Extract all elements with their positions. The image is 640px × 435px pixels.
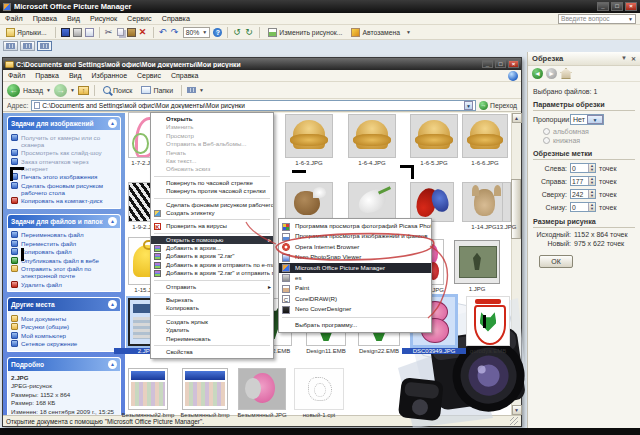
filmstrip-view-button[interactable] [20, 41, 35, 51]
explorer-menu-item-2[interactable]: Вид [64, 72, 87, 79]
cut-icon[interactable]: ✂ [105, 28, 114, 37]
pm-minimize-button[interactable]: _ [597, 2, 609, 11]
panel-collapse-icon[interactable]: ▲ [108, 300, 117, 309]
sidebar-item[interactable]: Мои документы [11, 315, 117, 322]
context-menu-item-3[interactable]: Отправить в Веб-альбомы... [151, 140, 273, 148]
panel-collapse-icon[interactable]: ▲ [108, 360, 117, 369]
pm-maximize-button[interactable]: □ [611, 2, 623, 11]
open-with-item-5[interactable]: es [279, 273, 431, 283]
explorer-menu-item-3[interactable]: Избранное [87, 72, 132, 79]
help-icon[interactable]: ? [213, 28, 222, 37]
sidebar-item[interactable]: Копировать на компакт-диск [11, 197, 117, 204]
pane-close-icon[interactable]: ✕ [631, 55, 636, 62]
search-button[interactable]: Поиск [100, 84, 135, 96]
explorer-menu-item-5[interactable]: Справка [166, 72, 203, 79]
copy-icon[interactable] [117, 28, 124, 36]
rotate-right-icon[interactable]: ↻ [245, 28, 254, 37]
sidebar-item[interactable]: Заказ отпечатков через Интернет [11, 158, 117, 172]
sidebar-item[interactable]: Сетевое окружение [11, 340, 117, 347]
folders-button[interactable]: Папки [138, 84, 176, 96]
crop-mark[interactable] [292, 170, 306, 173]
delete-icon[interactable]: ✕ [139, 28, 148, 37]
edit-picture-button[interactable]: Изменить рисунок... [265, 26, 345, 39]
context-menu-item-27[interactable]: Создать ярлык [151, 318, 273, 326]
proportions-select[interactable]: Нет ▼ [570, 114, 604, 125]
open-with-item-8[interactable]: Nero CoverDesigner [279, 304, 431, 314]
crop-mark[interactable] [483, 315, 486, 328]
shortcuts-button[interactable]: Ярлыки... [3, 26, 50, 39]
save-icon[interactable] [61, 28, 70, 37]
pane-back-button[interactable]: ◄ [532, 68, 543, 79]
address-dropdown-icon[interactable]: ▼ [464, 101, 473, 110]
crop-mark[interactable] [21, 248, 24, 261]
pm-menu-item-0[interactable]: Файл [0, 14, 28, 23]
open-with-item-7[interactable]: CCorelDRAW(R) [279, 294, 431, 304]
scroll-up-icon[interactable]: ▲ [512, 113, 522, 123]
crop-mark-spinner[interactable]: 242▲▼ [570, 189, 596, 199]
open-with-item-10[interactable]: Выбрать программу... [279, 320, 431, 330]
context-menu-item-1[interactable]: Изменить [151, 123, 273, 131]
spinner-arrows-icon[interactable]: ▲▼ [588, 190, 595, 198]
context-menu-item-11[interactable]: Сделать фоновым рисунком рабочего стола [151, 201, 273, 209]
crop-mark-spinner[interactable]: 0▲▼ [570, 163, 596, 173]
open-with-item-3[interactable]: Nero PhotoSnap Viewer [279, 252, 431, 262]
explorer-minimize-button[interactable]: _ [482, 60, 493, 68]
toolbar-overflow-icon[interactable]: ▼ [406, 29, 411, 35]
context-menu-item-5[interactable]: Как текст... [151, 157, 273, 165]
sidebar-item[interactable]: Переименовать файл [11, 231, 117, 238]
sidebar-item[interactable]: Печать этого изображения [11, 173, 117, 180]
print-preview-icon[interactable] [85, 28, 94, 37]
explorer-title-bar[interactable]: C:\Documents and Settings\мой офис\Мои д… [3, 58, 521, 70]
spinner-arrows-icon[interactable]: ▲▼ [588, 177, 595, 185]
forward-button[interactable]: → [54, 84, 67, 97]
sidebar-item[interactable]: Опубликовать файл в вебе [11, 257, 117, 264]
open-with-item-6[interactable]: Paint [279, 283, 431, 293]
up-one-level-button[interactable]: ↑ [78, 86, 89, 95]
sidebar-item[interactable]: Отправить этот файл по электронной почте [11, 265, 117, 279]
views-dropdown-icon[interactable]: ▼ [199, 87, 204, 93]
panel-collapse-icon[interactable]: ▲ [108, 119, 117, 128]
ok-button[interactable]: ОК [539, 255, 573, 268]
explorer-maximize-button[interactable]: □ [495, 60, 506, 68]
sidebar-item[interactable]: Просмотреть как слайд-шоу [11, 149, 117, 156]
context-menu-item-12[interactable]: Создать этикетку [151, 209, 273, 217]
rotate-left-icon[interactable]: ↺ [233, 28, 242, 37]
context-menu-item-18[interactable]: Добавить в архив "2.rar" [151, 252, 273, 260]
ask-question-input[interactable]: Введите вопрос ▼ [558, 14, 636, 24]
thumbnail-view-button[interactable] [3, 41, 18, 51]
sidebar-item[interactable]: Копировать файл [11, 248, 117, 255]
pane-forward-button[interactable]: ► [546, 68, 557, 79]
print-icon[interactable] [73, 28, 82, 37]
sidebar-panel-header[interactable]: Другие места▲ [8, 298, 120, 311]
context-menu-item-20[interactable]: Добавить в архив "2.rar" и отправить по … [151, 269, 273, 277]
address-input[interactable]: C:\Documents and Settings\мой офис\Мои д… [31, 100, 476, 111]
scrollbar-thumb[interactable] [511, 179, 521, 239]
portrait-radio[interactable] [543, 137, 550, 144]
open-with-item-0[interactable]: Программа просмотра фотографий Picasa Ph… [279, 221, 431, 231]
context-menu-item-6[interactable]: Обновить эскиз [151, 165, 273, 173]
explorer-menu-item-4[interactable]: Сервис [132, 72, 166, 79]
forward-history-icon[interactable]: ▼ [70, 87, 75, 93]
context-menu-item-25[interactable]: Копировать [151, 304, 273, 312]
context-menu-item-19[interactable]: Добавить в архив и отправить по e-mail..… [151, 261, 273, 269]
redo-icon[interactable]: ↷ [171, 28, 180, 37]
pm-close-button[interactable]: × [625, 2, 637, 11]
landscape-radio[interactable] [543, 128, 550, 135]
explorer-close-button[interactable]: × [508, 60, 519, 68]
context-menu-item-17[interactable]: Добавить в архив... [151, 244, 273, 252]
sidebar-item[interactable]: Удалить файл [11, 281, 117, 288]
sidebar-item[interactable]: Получить от камеры или со сканера [11, 134, 117, 148]
sidebar-item[interactable]: Рисунки (общие) [11, 323, 117, 330]
open-with-item-2[interactable]: Opera Internet Browser [279, 242, 431, 252]
context-menu-item-0[interactable]: Открыть [151, 115, 273, 123]
spinner-arrows-icon[interactable]: ▲▼ [588, 164, 595, 172]
sidebar-item[interactable]: Мой компьютер [11, 332, 117, 339]
context-menu-item-14[interactable]: KПроверить на вирусы [151, 222, 273, 230]
context-menu-item-16[interactable]: Открыть с помощью▸ [151, 236, 273, 244]
open-with-item-1[interactable]: Программа просмотра изображений и факсов [279, 231, 431, 241]
pane-menu-icon[interactable]: ▼ [621, 55, 627, 62]
spinner-arrows-icon[interactable]: ▲▼ [588, 203, 595, 211]
sidebar-panel-header[interactable]: Задачи для файлов и папок▲ [8, 215, 120, 228]
views-icon[interactable] [187, 87, 196, 93]
back-button[interactable]: ← [7, 84, 20, 97]
